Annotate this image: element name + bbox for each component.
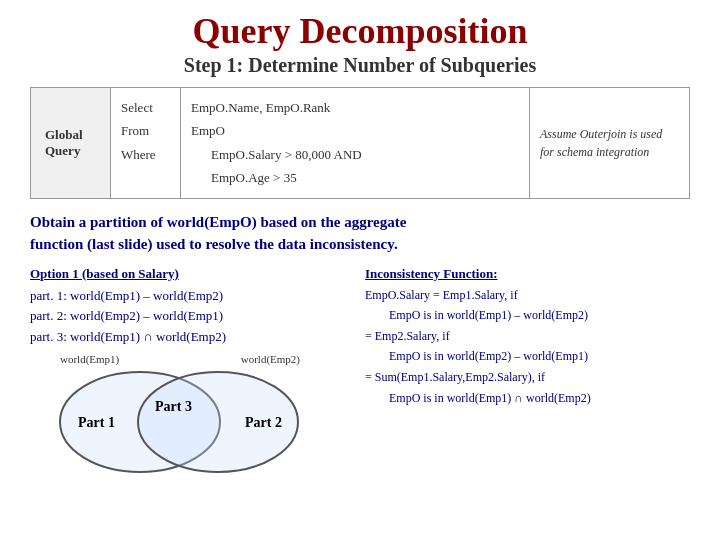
inc-item-2-line1: = Emp2.Salary, if xyxy=(365,327,690,346)
inc-item-1-line2: EmpO is in world(Emp1) – world(Emp2) xyxy=(365,306,690,325)
content-line3: EmpO.Salary > 80,000 AND xyxy=(211,143,519,166)
inc-item-2-line2: EmpO is in world(Emp2) – world(Emp1) xyxy=(365,347,690,366)
content-line2: EmpO xyxy=(191,119,519,142)
inc-item-3-line1: = Sum(Emp1.Salary,Emp2.Salary), if xyxy=(365,368,690,387)
page: Query Decomposition Step 1: Determine Nu… xyxy=(0,0,720,540)
venn-label-emp2: world(Emp2) xyxy=(241,353,300,365)
keyword-from: From xyxy=(121,119,170,142)
option-item-1: part. 1: world(Emp1) – world(Emp2) xyxy=(30,286,355,307)
content-line1: EmpO.Name, EmpO.Rank xyxy=(191,96,519,119)
aggregate-line1: Obtain a partition of world(EmpO) based … xyxy=(30,211,690,234)
option-item-2: part. 2: world(Emp2) – world(Emp1) xyxy=(30,306,355,327)
query-label: Global Query xyxy=(31,88,111,198)
option-header: Option 1 (based on Salary) xyxy=(30,266,355,282)
label-global: Global xyxy=(45,127,96,143)
right-panel: Inconsistency Function: EmpO.Salary = Em… xyxy=(365,266,690,410)
label-query: Query xyxy=(45,143,96,159)
part1-svg-label: Part 1 xyxy=(78,415,115,430)
aggregate-line2: function (last slide) used to resolve th… xyxy=(30,233,690,256)
subtitle: Step 1: Determine Number of Subqueries xyxy=(30,54,690,77)
venn-svg: Part 1 Part 3 Part 2 xyxy=(40,367,320,477)
inc-item-3-line2: EmpO is in world(Emp1) ∩ world(Emp2) xyxy=(365,389,690,408)
keyword-select: Select xyxy=(121,96,170,119)
query-content: EmpO.Name, EmpO.Rank EmpO EmpO.Salary > … xyxy=(181,88,529,198)
aggregate-text: Obtain a partition of world(EmpO) based … xyxy=(30,211,690,256)
part2-svg-label: Part 2 xyxy=(245,415,282,430)
keyword-where: Where xyxy=(121,143,170,166)
inc-item-1-line1: EmpO.Salary = Emp1.Salary, if xyxy=(365,286,690,305)
venn-diagram: world(Emp1) world(Emp2) Part 1 Part 3 Pa… xyxy=(40,353,320,473)
query-note: Assume Outerjoin is used for schema inte… xyxy=(529,88,689,198)
query-keywords: Select From Where xyxy=(111,88,181,198)
query-box: Global Query Select From Where EmpO.Name… xyxy=(30,87,690,199)
content-line4: EmpO.Age > 35 xyxy=(211,166,519,189)
inconsistency-header: Inconsistency Function: xyxy=(365,266,690,282)
part3-svg-label: Part 3 xyxy=(155,399,192,414)
venn-label-emp1: world(Emp1) xyxy=(60,353,119,365)
main-title: Query Decomposition xyxy=(30,10,690,52)
left-panel: Option 1 (based on Salary) part. 1: worl… xyxy=(30,266,355,473)
option-item-3: part. 3: world(Emp1) ∩ world(Emp2) xyxy=(30,327,355,348)
